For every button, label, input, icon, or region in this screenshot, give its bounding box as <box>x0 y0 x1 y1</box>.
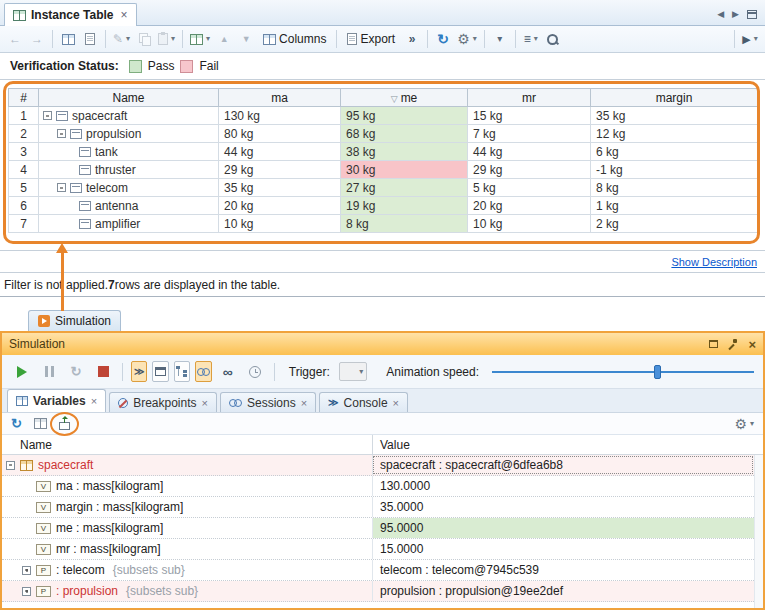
animation-speed-slider[interactable] <box>492 363 754 381</box>
toolbar-overflow-button[interactable]: » <box>402 29 422 50</box>
filter-button[interactable]: ▾ <box>490 29 510 50</box>
close-icon[interactable]: × <box>301 397 307 409</box>
row-number-cell[interactable]: 7 <box>9 215 39 233</box>
variable-value[interactable]: telecom : telecom@7945c539 <box>372 560 754 580</box>
terminate-button[interactable] <box>92 361 114 383</box>
export-csv-icon[interactable] <box>59 422 70 430</box>
row-number-cell[interactable]: 6 <box>9 197 39 215</box>
variable-row[interactable]: V ma : mass[kilogram] 130.0000 <box>2 476 754 497</box>
mr-cell[interactable]: 5 kg <box>468 179 591 197</box>
variable-value[interactable]: 95.0000 <box>372 518 754 538</box>
margin-cell[interactable]: 12 kg <box>591 125 758 143</box>
scroll-tabs-right-icon[interactable]: ▶ <box>732 9 739 19</box>
mr-cell[interactable]: 15 kg <box>468 107 591 125</box>
trigger-select[interactable]: ▾ <box>339 362 368 381</box>
column-header-value[interactable]: Value <box>372 435 763 454</box>
run-button[interactable] <box>11 361 33 383</box>
name-cell[interactable]: amplifier <box>39 215 219 233</box>
containment-view-toggle[interactable] <box>174 361 190 382</box>
expand-icon[interactable] <box>22 587 31 596</box>
margin-cell[interactable]: -1 kg <box>591 161 758 179</box>
settings-button[interactable]: ⚙▾ <box>455 29 479 50</box>
tab-instance-table[interactable]: Instance Table × <box>4 3 137 26</box>
row-number-cell[interactable]: 2 <box>9 125 39 143</box>
variable-value[interactable]: 15.0000 <box>372 539 754 559</box>
variable-row[interactable]: V margin : mass[kilogram] 35.0000 <box>2 497 754 518</box>
loop-button[interactable]: ∞ <box>217 361 239 383</box>
tab-variables[interactable]: Variables × <box>7 389 106 412</box>
variable-row[interactable]: V mr : mass[kilogram] 15.0000 <box>2 539 754 560</box>
collapse-icon[interactable] <box>6 461 15 470</box>
refresh-icon[interactable]: ↻ <box>11 417 22 430</box>
mr-cell[interactable]: 44 kg <box>468 143 591 161</box>
pause-button[interactable] <box>38 361 60 383</box>
float-window-icon[interactable] <box>709 340 718 348</box>
me-cell[interactable]: 95 kg <box>341 107 468 125</box>
tab-console[interactable]: ≫ Console × <box>319 392 408 412</box>
variable-row[interactable]: P : telecom {subsets sub} telecom : tele… <box>2 560 754 581</box>
run-table-button[interactable]: ▶▾ <box>740 29 760 50</box>
close-icon[interactable]: × <box>748 338 756 351</box>
move-down-button[interactable]: ▼ <box>236 29 256 50</box>
time-settings-button[interactable] <box>244 361 266 383</box>
table-options-icon[interactable] <box>34 418 47 429</box>
variable-row[interactable]: spacecraft spacecraft : spacecraft@6dfea… <box>2 455 754 476</box>
ma-cell[interactable]: 35 kg <box>219 179 341 197</box>
ma-cell[interactable]: 10 kg <box>219 215 341 233</box>
margin-cell[interactable]: 1 kg <box>591 197 758 215</box>
mr-cell[interactable]: 10 kg <box>468 215 591 233</box>
variable-value[interactable]: 130.0000 <box>372 476 754 496</box>
row-number-cell[interactable]: 3 <box>9 143 39 161</box>
ma-cell[interactable]: 20 kg <box>219 197 341 215</box>
column-header-num[interactable]: # <box>9 89 39 107</box>
show-description-link[interactable]: Show Description <box>671 256 757 268</box>
variable-value[interactable]: 35.0000 <box>372 497 754 517</box>
ma-cell[interactable]: 29 kg <box>219 161 341 179</box>
sessions-view-toggle[interactable] <box>195 361 211 382</box>
variable-row[interactable]: P : propulsion {subsets sub} propulsion … <box>2 581 754 602</box>
caret-down-icon[interactable]: ▾ <box>750 420 754 428</box>
me-cell[interactable]: 38 kg <box>341 143 468 161</box>
tab-simulation[interactable]: Simulation <box>28 310 121 331</box>
paste-button[interactable]: ▾ <box>156 29 177 50</box>
mr-cell[interactable]: 20 kg <box>468 197 591 215</box>
export-button[interactable]: Export <box>342 29 400 50</box>
forward-button[interactable]: → <box>27 29 47 50</box>
columns-button[interactable]: Columns <box>258 29 331 50</box>
ma-cell[interactable]: 80 kg <box>219 125 341 143</box>
name-cell[interactable]: antenna <box>39 197 219 215</box>
name-cell[interactable]: tank <box>39 143 219 161</box>
slider-handle[interactable] <box>654 365 661 379</box>
me-cell[interactable]: 30 kg <box>341 161 468 179</box>
row-number-cell[interactable]: 5 <box>9 179 39 197</box>
column-header-name[interactable]: Name <box>39 89 219 107</box>
name-cell[interactable]: thruster <box>39 161 219 179</box>
mr-cell[interactable]: 29 kg <box>468 161 591 179</box>
search-button[interactable] <box>543 29 563 50</box>
scrollbar[interactable] <box>754 455 763 608</box>
window-list-icon[interactable] <box>747 10 757 19</box>
close-icon[interactable]: × <box>91 395 97 407</box>
close-icon[interactable]: × <box>202 397 208 409</box>
expand-icon[interactable] <box>22 566 31 575</box>
diagram-animation-toggle[interactable] <box>152 361 168 382</box>
back-button[interactable]: ← <box>5 29 25 50</box>
me-cell[interactable]: 19 kg <box>341 197 468 215</box>
console-mode-toggle[interactable]: ≫ <box>131 361 147 382</box>
variable-value[interactable]: spacecraft : spacecraft@6dfea6b8 <box>372 455 754 475</box>
refresh-button[interactable]: ↻ <box>433 29 453 50</box>
row-number-cell[interactable]: 4 <box>9 161 39 179</box>
tab-breakpoints[interactable]: Breakpoints × <box>109 392 217 412</box>
column-header-me[interactable]: ▽me <box>341 89 468 107</box>
view-menu-button[interactable]: ≡▾ <box>521 29 541 50</box>
collapse-icon[interactable] <box>43 111 52 120</box>
me-cell[interactable]: 27 kg <box>341 179 468 197</box>
variable-value[interactable]: propulsion : propulsion@19ee2def <box>372 581 754 601</box>
variable-row[interactable]: V me : mass[kilogram] 95.0000 <box>2 518 754 539</box>
column-header-margin[interactable]: margin <box>591 89 758 107</box>
name-cell[interactable]: propulsion <box>39 125 219 143</box>
show-related-button[interactable] <box>58 29 78 50</box>
add-new-button[interactable]: ▾ <box>188 29 212 50</box>
me-cell[interactable]: 68 kg <box>341 125 468 143</box>
close-icon[interactable]: × <box>393 397 399 409</box>
